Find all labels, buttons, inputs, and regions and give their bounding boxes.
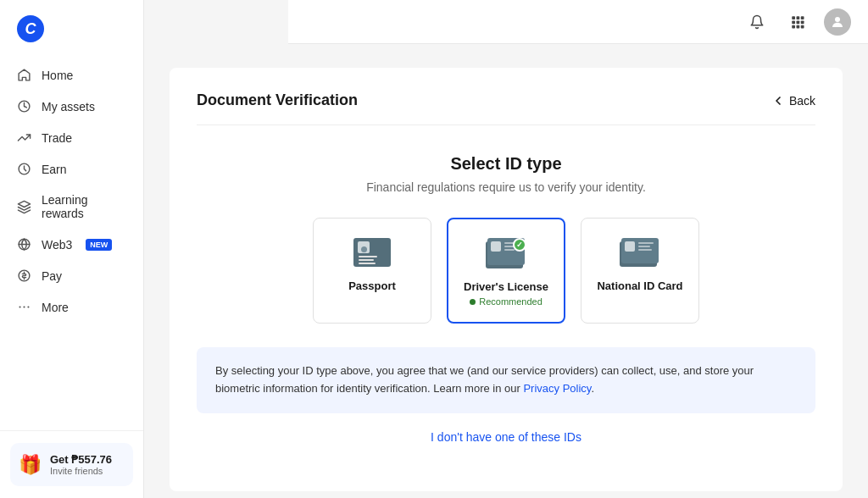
sidebar-item-earn[interactable]: Earn (0, 153, 143, 185)
sidebar-item-label: My assets (42, 100, 95, 113)
svg-point-4 (19, 306, 20, 307)
svg-rect-11 (797, 20, 800, 24)
check-icon: ✓ (513, 238, 526, 252)
trade-icon (17, 130, 31, 145)
gift-icon: 🎁 (19, 454, 42, 476)
sidebar: C Home My assets Trade (0, 0, 144, 498)
id-option-drivers-license[interactable]: ✓ Driver's License Recommended (447, 218, 565, 324)
invite-card[interactable]: 🎁 Get ₱557.76 Invite friends (10, 443, 133, 486)
drivers-license-label: Driver's License (464, 280, 548, 293)
topbar (288, 0, 868, 44)
sidebar-footer: 🎁 Get ₱557.76 Invite friends (0, 430, 143, 498)
privacy-policy-link[interactable]: Privacy Policy (523, 382, 591, 395)
content-card: Document Verification Back Select ID typ… (170, 68, 843, 491)
select-id-section: Select ID type Financial regulations req… (197, 146, 815, 461)
svg-rect-14 (797, 25, 800, 28)
svg-rect-12 (801, 20, 804, 24)
sidebar-item-label: Home (42, 69, 73, 82)
my-assets-icon (17, 99, 31, 113)
new-badge: NEW (86, 239, 112, 251)
sidebar-item-my-assets[interactable]: My assets (0, 91, 143, 122)
notice-box: By selecting your ID type above, you agr… (197, 347, 815, 413)
svg-rect-8 (797, 16, 800, 19)
invite-subtitle: Invite friends (50, 466, 112, 476)
more-icon (17, 300, 31, 314)
learning-icon (17, 200, 31, 214)
svg-rect-15 (801, 25, 804, 28)
no-id-link[interactable]: I don't have one of these IDs (197, 430, 815, 444)
sidebar-item-label: Pay (42, 269, 62, 283)
sidebar-nav: Home My assets Trade Earn (0, 54, 143, 430)
drivers-license-icon: ✓ (484, 238, 528, 270)
back-label: Back (789, 94, 815, 108)
passport-label: Passport (348, 279, 396, 292)
select-id-subtitle: Financial regulations require us to veri… (197, 180, 815, 194)
back-button[interactable]: Back (771, 94, 815, 108)
pay-icon (17, 268, 31, 283)
national-id-label: National ID Card (597, 279, 682, 292)
sidebar-item-label: Trade (42, 131, 72, 145)
svg-point-6 (27, 306, 29, 307)
svg-point-5 (23, 306, 25, 307)
svg-rect-9 (801, 16, 804, 19)
home-icon (17, 68, 31, 82)
sidebar-item-home[interactable]: Home (0, 59, 143, 91)
notice-text: By selecting your ID type above, you agr… (215, 362, 797, 398)
notification-button[interactable] (743, 8, 771, 36)
id-options: Passport (197, 218, 815, 324)
grid-button[interactable] (783, 8, 812, 36)
sidebar-item-label: Earn (42, 163, 67, 176)
earn-icon (17, 162, 31, 176)
svg-rect-7 (792, 16, 795, 19)
invite-text: Get ₱557.76 Invite friends (50, 453, 112, 476)
sidebar-item-label: Web3 (42, 238, 72, 252)
page-title: Document Verification (197, 91, 358, 109)
national-id-icon (618, 237, 662, 269)
id-option-passport[interactable]: Passport (313, 218, 431, 324)
logo-icon: C (17, 15, 44, 42)
card-header: Document Verification Back (197, 91, 815, 125)
app-logo[interactable]: C (0, 0, 143, 54)
sidebar-item-label: Learning rewards (42, 193, 126, 220)
sidebar-item-more[interactable]: More (0, 291, 143, 323)
sidebar-item-trade[interactable]: Trade (0, 122, 143, 153)
user-avatar[interactable] (824, 8, 851, 36)
web3-icon (17, 237, 31, 252)
passport-icon (350, 237, 394, 269)
sidebar-item-pay[interactable]: Pay (0, 260, 143, 291)
sidebar-item-learning-rewards[interactable]: Learning rewards (0, 185, 143, 229)
svg-rect-10 (792, 20, 795, 24)
recommended-badge: Recommended (470, 296, 542, 307)
svg-point-16 (835, 17, 840, 22)
invite-title: Get ₱557.76 (50, 453, 112, 466)
main-content: Document Verification Back Select ID typ… (144, 44, 868, 498)
svg-rect-13 (792, 25, 795, 28)
sidebar-item-web3[interactable]: Web3 NEW (0, 229, 143, 260)
sidebar-item-label: More (42, 301, 69, 314)
id-option-national-id[interactable]: National ID Card (581, 218, 699, 324)
select-id-title: Select ID type (197, 154, 815, 174)
